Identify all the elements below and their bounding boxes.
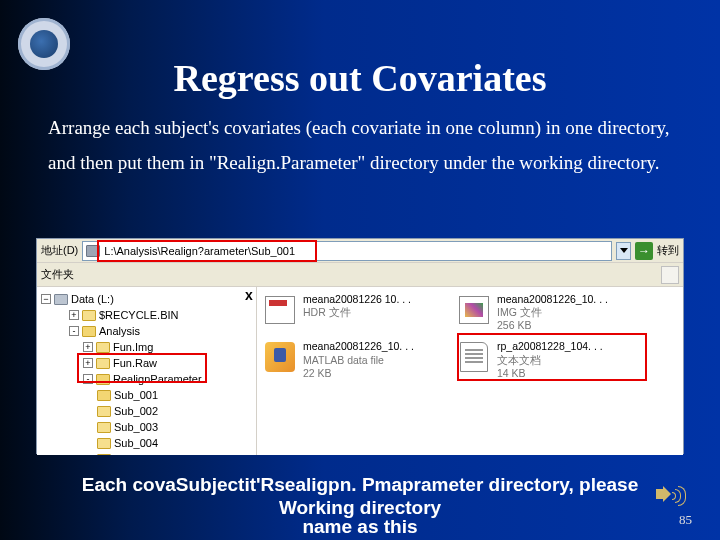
tree-label: Sub_001 <box>114 389 158 401</box>
hdr-file-icon <box>263 293 297 327</box>
drive-icon <box>54 294 68 305</box>
tree-item[interactable]: + Fun.Img <box>39 339 254 355</box>
file-type: 文本文档 <box>497 354 603 367</box>
slide-title: Regress out Covariates <box>0 56 720 100</box>
tree-label: Data (L:) <box>71 293 114 305</box>
folder-icon <box>82 326 96 337</box>
file-tile-mat[interactable]: meana20081226_10. . . MATLAB data file 2… <box>263 340 443 379</box>
tree-item-sub[interactable]: Sub_004 <box>39 435 254 451</box>
x-annotation: x <box>245 287 253 303</box>
bottom-line-3: name as this <box>0 516 720 539</box>
expand-button[interactable]: + <box>69 310 79 320</box>
folder-icon <box>97 390 111 401</box>
speaker-icon[interactable] <box>656 484 684 508</box>
tree-item-realign[interactable]: - RealignParameter <box>39 371 254 387</box>
file-pane[interactable]: meana20081226 10. . . HDR 文件 meana200812… <box>257 287 683 455</box>
file-name: rp_a20081228_104. . . <box>497 340 603 353</box>
file-size: 256 KB <box>497 319 608 332</box>
expand-button[interactable]: − <box>41 294 51 304</box>
slide-body-text: Arrange each subject's covariates (each … <box>48 110 672 180</box>
bottom-line-2: Working directory <box>279 497 441 518</box>
toolbar-row: 文件夹 <box>37 263 683 287</box>
tree-item[interactable]: + $RECYCLE.BIN <box>39 307 254 323</box>
tree-item-sub[interactable]: Sub_005 <box>39 451 254 455</box>
folder-icon <box>97 438 111 449</box>
file-name: meana20081226 10. . . <box>303 293 411 306</box>
tree-label: Fun.Img <box>113 341 153 353</box>
explorer-screenshot: 地址(D) L:\Analysis\Realign?arameter\Sub_0… <box>36 238 684 454</box>
toolbar-button[interactable] <box>661 266 679 284</box>
file-size: 14 KB <box>497 367 603 380</box>
folder-icon <box>96 358 110 369</box>
address-bar-row: 地址(D) L:\Analysis\Realign?arameter\Sub_0… <box>37 239 683 263</box>
file-size: 22 KB <box>303 367 414 380</box>
bottom-overlapped-text: Each covaSubjectit'Rsealigpn. Pmapramete… <box>0 474 720 538</box>
expand-button[interactable]: + <box>83 358 93 368</box>
tree-item-sub[interactable]: Sub_003 <box>39 419 254 435</box>
address-box[interactable]: L:\Analysis\Realign?arameter\Sub_001 <box>82 241 612 261</box>
file-tile-img[interactable]: meana20081226_10. . . IMG 文件 256 KB <box>457 293 637 332</box>
explorer-content: − Data (L:) + $RECYCLE.BIN - Analysis + <box>37 287 683 455</box>
collapse-button[interactable]: - <box>83 374 93 384</box>
tree-item-sub[interactable]: Sub_001 <box>39 387 254 403</box>
file-type: IMG 文件 <box>497 306 608 319</box>
tree-label: $RECYCLE.BIN <box>99 309 178 321</box>
chevron-down-icon <box>620 248 628 253</box>
tree-label: Sub_004 <box>114 437 158 449</box>
bottom-line-1: Each covaSubjectit'Rsealigpn. Pmapramete… <box>0 474 720 497</box>
folder-icon <box>96 374 110 385</box>
file-type: MATLAB data file <box>303 354 414 367</box>
folder-icon <box>97 454 111 456</box>
matlab-file-icon <box>263 340 297 374</box>
file-tile-txt[interactable]: rp_a20081228_104. . . 文本文档 14 KB <box>457 340 637 379</box>
folder-icon <box>96 342 110 353</box>
address-dropdown-button[interactable] <box>616 242 631 260</box>
tree-label: Sub_003 <box>114 421 158 433</box>
go-button-label: 转到 <box>657 243 679 258</box>
text-file-icon <box>457 340 491 374</box>
file-name: meana20081226_10. . . <box>497 293 608 306</box>
tree-root[interactable]: − Data (L:) <box>39 291 254 307</box>
folder-tree[interactable]: − Data (L:) + $RECYCLE.BIN - Analysis + <box>37 287 257 455</box>
folder-icon <box>97 406 111 417</box>
address-path-text: L:\Analysis\Realign?arameter\Sub_001 <box>104 245 295 257</box>
tree-item[interactable]: - Analysis <box>39 323 254 339</box>
file-type: HDR 文件 <box>303 306 411 319</box>
sidebar-toggle-label: 文件夹 <box>41 267 74 282</box>
tree-label: Analysis <box>99 325 140 337</box>
expand-button[interactable]: + <box>83 342 93 352</box>
folder-icon <box>82 310 96 321</box>
drive-icon <box>86 245 100 257</box>
go-button-icon[interactable]: → <box>635 242 653 260</box>
logo-inner <box>30 30 58 58</box>
img-file-icon <box>457 293 491 327</box>
file-name: meana20081226_10. . . <box>303 340 414 353</box>
file-tile-hdr[interactable]: meana20081226 10. . . HDR 文件 <box>263 293 443 332</box>
collapse-button[interactable]: - <box>69 326 79 336</box>
folder-icon <box>97 422 111 433</box>
page-number: 85 <box>679 512 692 528</box>
tree-label: RealignParameter <box>113 373 202 385</box>
tree-item-sub[interactable]: Sub_002 <box>39 403 254 419</box>
tree-label: Sub_002 <box>114 405 158 417</box>
tree-item[interactable]: + Fun.Raw <box>39 355 254 371</box>
tree-label: Fun.Raw <box>113 357 157 369</box>
address-label: 地址(D) <box>41 243 78 258</box>
tree-label: Sub_005 <box>114 453 158 455</box>
